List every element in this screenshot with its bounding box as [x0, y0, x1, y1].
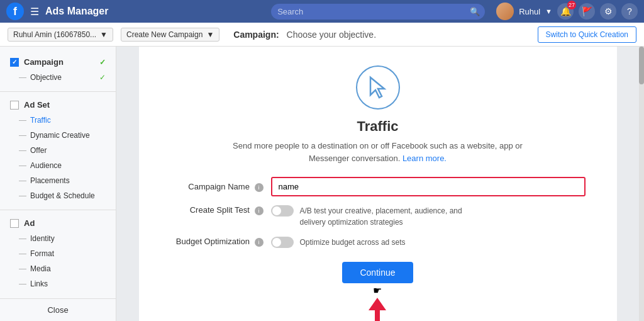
arrow-body [375, 310, 380, 321]
budget-opt-info-icon[interactable]: i [255, 238, 264, 247]
search-bar: 🔍 [271, 4, 485, 20]
split-test-row: Create Split Test i A/B test your creati… [170, 205, 586, 228]
scrollbar-track[interactable] [639, 47, 644, 321]
offer-label: Offer [30, 146, 47, 155]
campaign-checkbox: ✓ [10, 58, 19, 67]
second-navigation: Ruhul Amin (16067850... ▼ Create New Cam… [0, 23, 644, 47]
account-selector[interactable]: Ruhul Amin (16067850... ▼ [8, 28, 113, 42]
campaign-label: Campaign: [233, 30, 279, 40]
objective-check-icon: ✓ [99, 73, 106, 82]
account-dropdown-icon: ▼ [100, 30, 108, 39]
continue-section: Continue ☛ [342, 257, 413, 321]
campaign-dropdown-icon: ▼ [206, 30, 214, 39]
campaign-name-info-icon[interactable]: i [255, 183, 264, 192]
budget-opt-row: Budget Optimization i Optimize budget ac… [170, 237, 586, 248]
hand-cursor-icon: ☛ [373, 284, 382, 296]
budget-opt-desc: Optimize budget across ad sets [300, 237, 476, 248]
close-button[interactable]: Close [0, 299, 116, 321]
facebook-logo: f [6, 3, 24, 20]
continue-button[interactable]: Continue [342, 262, 413, 283]
quick-creation-button[interactable]: Switch to Quick Creation [538, 26, 636, 43]
top-navigation: f ☰ Ads Manager 🔍 Ruhul ▼ 🔔 27 🚩 ⚙ ? [0, 0, 644, 23]
toggle-thumb [272, 206, 281, 215]
nav-right: Ruhul ▼ 🔔 27 🚩 ⚙ ? [496, 3, 638, 20]
up-arrow [369, 298, 386, 321]
ad-label: Ad [24, 218, 35, 228]
split-test-toggle[interactable] [271, 205, 294, 217]
sidebar-divider-1 [0, 91, 116, 92]
sidebar-ad-section: Ad — Identity — Format — Media — Links [0, 215, 116, 291]
sidebar-footer: Close [0, 298, 116, 321]
account-name: Ruhul Amin (16067850... [13, 30, 96, 39]
sidebar-adset-budget[interactable]: — Budget & Schedule [0, 188, 116, 203]
traffic-label: Traffic [30, 116, 51, 125]
budget-schedule-label: Budget & Schedule [30, 191, 95, 200]
toggle-thumb-2 [272, 238, 281, 247]
sidebar-adset-dynamic[interactable]: — Dynamic Creative [0, 128, 116, 143]
hamburger-icon[interactable]: ☰ [30, 6, 39, 18]
objective-icon [356, 65, 400, 110]
format-label: Format [30, 249, 54, 258]
adset-label: Ad Set [24, 100, 50, 110]
sidebar-divider-2 [0, 210, 116, 210]
sidebar-adset-offer[interactable]: — Offer [0, 143, 116, 158]
campaign-subtitle: Choose your objective. [287, 30, 376, 40]
objective-description: Send more people to a destination on or … [227, 140, 529, 164]
objective-title: Traffic [357, 118, 398, 135]
split-test-desc: A/B test your creative, placement, audie… [300, 205, 476, 228]
notifications-button[interactable]: 🔔 27 [557, 3, 574, 20]
split-test-label: Create Split Test i [170, 205, 271, 215]
create-campaign-button[interactable]: Create New Campaign ▼ [121, 28, 219, 42]
sidebar-ad-format[interactable]: — Format [0, 246, 116, 261]
audience-label: Audience [30, 161, 62, 170]
links-label: Links [30, 279, 48, 288]
sidebar-adset-placements[interactable]: — Placements [0, 173, 116, 188]
ad-checkbox [10, 219, 19, 228]
objective-card: Traffic Send more people to a destinatio… [139, 47, 617, 321]
help-icon[interactable]: ? [621, 3, 638, 20]
flag-icon[interactable]: 🚩 [579, 3, 595, 20]
main-layout: ✓ Campaign ✓ — Objective ✓ Ad Set — Traf… [0, 47, 644, 321]
sidebar-ad-media[interactable]: — Media [0, 261, 116, 276]
sidebar-campaign-section: ✓ Campaign ✓ — Objective ✓ [0, 54, 116, 85]
avatar [496, 3, 514, 20]
placements-label: Placements [30, 176, 70, 185]
sidebar-adset-audience[interactable]: — Audience [0, 158, 116, 173]
notification-count: 27 [567, 1, 576, 9]
sidebar-objective-item[interactable]: — Objective ✓ [0, 70, 116, 85]
app-title: Ads Manager [45, 6, 108, 17]
campaign-name-label: Campaign Name i [170, 182, 271, 192]
scrollbar-thumb[interactable] [639, 47, 644, 84]
sidebar-adset-traffic[interactable]: — Traffic [0, 113, 116, 128]
identity-label: Identity [30, 234, 55, 243]
user-name[interactable]: Ruhul [519, 7, 540, 16]
sidebar-ad-header: Ad [0, 215, 116, 231]
budget-opt-toggle[interactable] [271, 237, 294, 248]
search-icon[interactable]: 🔍 [470, 7, 480, 16]
adset-checkbox [10, 101, 19, 110]
svg-marker-0 [370, 77, 384, 98]
create-campaign-label: Create New Campaign [126, 30, 203, 39]
objective-label: Objective [30, 73, 62, 82]
sidebar: ✓ Campaign ✓ — Objective ✓ Ad Set — Traf… [0, 47, 116, 321]
cursor-icon [365, 75, 391, 100]
sidebar-adset-header: Ad Set [0, 97, 116, 113]
campaign-label: Campaign [24, 57, 64, 67]
sidebar-campaign-header: ✓ Campaign ✓ [0, 54, 116, 70]
settings-icon[interactable]: ⚙ [600, 3, 616, 20]
dynamic-creative-label: Dynamic Creative [30, 131, 90, 140]
sidebar-ad-links[interactable]: — Links [0, 276, 116, 291]
user-dropdown-icon[interactable]: ▼ [545, 8, 552, 15]
learn-more-link[interactable]: Learn more. [402, 154, 447, 163]
content-area: Traffic Send more people to a destinatio… [116, 47, 639, 321]
budget-opt-label: Budget Optimization i [170, 237, 271, 247]
campaign-name-row: Campaign Name i [170, 177, 586, 196]
campaign-check-icon: ✓ [99, 58, 106, 67]
search-input[interactable] [271, 4, 485, 20]
media-label: Media [30, 264, 51, 273]
objective-desc-text: Send more people to a destination on or … [233, 141, 523, 163]
sidebar-ad-identity[interactable]: — Identity [0, 231, 116, 246]
split-test-info-icon[interactable]: i [255, 206, 264, 215]
campaign-name-input[interactable] [271, 177, 586, 196]
arrow-head [369, 298, 386, 310]
